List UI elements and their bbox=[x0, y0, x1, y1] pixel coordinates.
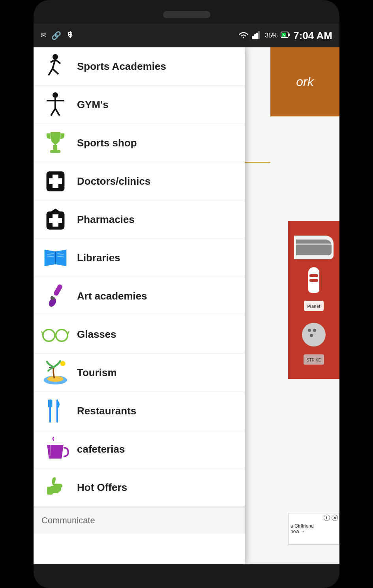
gym-figure-icon bbox=[41, 93, 69, 116]
svg-line-10 bbox=[49, 69, 52, 75]
nav-label-hot-offers: Hot Offers bbox=[77, 481, 127, 494]
fork-knife-icon bbox=[41, 399, 69, 423]
svg-point-13 bbox=[52, 92, 58, 98]
medical-cross-icon bbox=[41, 169, 69, 193]
communicate-label: Communicate bbox=[41, 515, 95, 525]
ad-text-line2: now → bbox=[291, 529, 305, 534]
nav-label-cafeterias: cafeterias bbox=[77, 443, 125, 455]
nav-label-tourism: Tourism bbox=[77, 367, 117, 379]
svg-rect-5 bbox=[288, 34, 290, 36]
nav-label-art: Art academies bbox=[77, 290, 147, 302]
ad-text-line1: a Girlfriend bbox=[291, 523, 314, 529]
bluetooth-icon: 🔗 bbox=[51, 31, 61, 40]
svg-rect-47 bbox=[47, 487, 53, 494]
nav-item-sports-academies[interactable]: Sports Academies bbox=[34, 47, 245, 86]
battery-icon bbox=[281, 30, 290, 41]
trophy-icon bbox=[41, 131, 69, 155]
nav-item-pharmacies[interactable]: Pharmacies bbox=[34, 200, 245, 239]
mail-icon: ✉ bbox=[41, 31, 47, 40]
top-bar-text: ork bbox=[296, 75, 313, 89]
nav-item-sports-shop[interactable]: Sports shop bbox=[34, 124, 245, 162]
nav-label-sports-shop: Sports shop bbox=[77, 137, 137, 149]
paintbrush-icon bbox=[41, 284, 69, 308]
nav-label-libraries: Libraries bbox=[77, 252, 120, 264]
ad-info-icon[interactable]: ℹ bbox=[324, 515, 330, 521]
ad-banner: ℹ ✕ a Girlfriend now → bbox=[288, 513, 339, 545]
nav-item-art[interactable]: Art academies bbox=[34, 277, 245, 315]
top-bar: ork bbox=[270, 47, 339, 116]
svg-rect-2 bbox=[256, 33, 258, 39]
nav-item-cafeterias[interactable]: cafeterias bbox=[34, 430, 245, 468]
running-figure-icon bbox=[41, 54, 69, 78]
coffee-cup-icon bbox=[41, 437, 69, 461]
svg-rect-0 bbox=[252, 36, 254, 39]
svg-point-41 bbox=[60, 361, 65, 366]
status-right-icons: 35% 7:04 AM bbox=[238, 30, 332, 42]
nav-item-gyms[interactable]: GYM's bbox=[34, 86, 245, 124]
svg-rect-26 bbox=[49, 218, 62, 223]
svg-line-16 bbox=[51, 109, 55, 116]
nav-label-sports-academies: Sports Academies bbox=[77, 60, 166, 73]
svg-line-9 bbox=[55, 60, 60, 64]
nav-label-restaurants: Restaurants bbox=[77, 405, 136, 417]
communicate-section: Communicate bbox=[34, 507, 245, 534]
status-time: 7:04 AM bbox=[293, 30, 332, 42]
ad-close-icon[interactable]: ✕ bbox=[332, 515, 338, 521]
nav-item-restaurants[interactable]: Restaurants bbox=[34, 392, 245, 430]
svg-rect-18 bbox=[53, 145, 57, 150]
nav-item-tourism[interactable]: Tourism bbox=[34, 354, 245, 392]
svg-rect-3 bbox=[258, 31, 260, 39]
svg-point-40 bbox=[47, 376, 64, 382]
svg-line-11 bbox=[52, 69, 58, 74]
svg-point-34 bbox=[43, 329, 55, 341]
nav-item-glasses[interactable]: Glasses bbox=[34, 315, 245, 354]
status-left-icons: ✉ 🔗 bbox=[41, 30, 75, 41]
svg-line-37 bbox=[41, 331, 43, 334]
svg-point-35 bbox=[56, 329, 67, 341]
svg-marker-24 bbox=[50, 208, 61, 212]
svg-rect-31 bbox=[53, 284, 63, 296]
svg-rect-1 bbox=[254, 34, 256, 39]
glasses-icon bbox=[41, 322, 69, 346]
svg-line-38 bbox=[67, 331, 69, 334]
usb-icon bbox=[66, 30, 75, 41]
signal-icon bbox=[252, 30, 262, 41]
nav-drawer: Sports Academies GYM's bbox=[34, 47, 245, 564]
svg-rect-22 bbox=[49, 178, 62, 184]
wifi-icon bbox=[238, 30, 249, 41]
nav-label-pharmacies: Pharmacies bbox=[77, 213, 135, 226]
svg-point-7 bbox=[52, 54, 58, 60]
nav-item-libraries[interactable]: Libraries bbox=[34, 239, 245, 277]
thumbs-up-icon bbox=[41, 476, 69, 499]
svg-line-17 bbox=[55, 109, 60, 116]
island-icon bbox=[41, 361, 69, 384]
nav-label-gyms: GYM's bbox=[77, 99, 109, 111]
status-bar: ✉ 🔗 35% 7:04 AM bbox=[34, 24, 339, 47]
bowling-image: Planet STRIKE bbox=[288, 221, 339, 379]
pharmacy-icon bbox=[41, 208, 69, 231]
content-area: ork Planet bbox=[34, 47, 339, 564]
nav-label-doctors: Doctors/clinics bbox=[77, 175, 150, 187]
nav-item-hot-offers[interactable]: Hot Offers bbox=[34, 468, 245, 507]
nav-label-glasses: Glasses bbox=[77, 328, 116, 341]
svg-rect-19 bbox=[50, 150, 60, 153]
open-book-icon bbox=[41, 246, 69, 270]
battery-percent: 35% bbox=[265, 32, 277, 39]
nav-item-doctors[interactable]: Doctors/clinics bbox=[34, 162, 245, 200]
